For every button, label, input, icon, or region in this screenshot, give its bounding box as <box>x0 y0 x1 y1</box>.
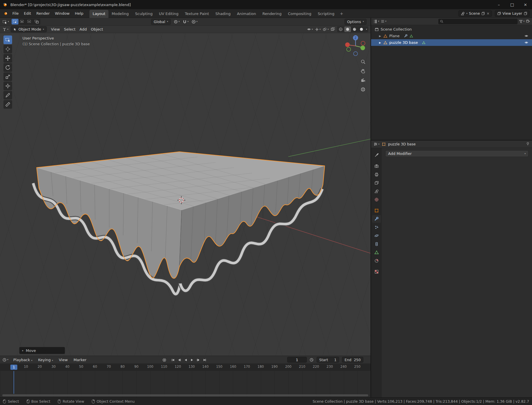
mode-dropdown[interactable]: Object Mode ▾ <box>11 26 47 32</box>
navigation-gizmo[interactable]: Z <box>343 33 368 58</box>
outliner-display-mode[interactable]: ▾ <box>381 19 386 23</box>
select-mode-extend-button[interactable] <box>19 19 26 25</box>
search-input[interactable] <box>445 19 516 23</box>
pan-view-hand-icon[interactable] <box>359 67 367 75</box>
transform-orientation-dropdown[interactable]: Global ▾ <box>151 19 171 25</box>
workspace-tab[interactable]: UV Editing <box>156 10 182 18</box>
rotate-tool-button[interactable] <box>3 63 12 72</box>
menu-item[interactable]: Help <box>72 10 86 17</box>
view-layer-selector[interactable]: View Layer <box>495 10 530 17</box>
viewport-menu-item[interactable]: Select <box>62 26 78 32</box>
close-button[interactable]: × <box>519 0 532 9</box>
timeline-view-menu[interactable]: View <box>56 357 70 363</box>
tab-material-properties[interactable] <box>372 257 381 265</box>
cursor-tool-button[interactable] <box>3 45 12 53</box>
unlink-scene-icon[interactable]: × <box>486 12 489 16</box>
tab-view-layer-properties[interactable] <box>372 179 381 187</box>
outliner-row-scene-collection[interactable]: Scene Collection <box>371 26 532 33</box>
operator-panel-move[interactable]: ▸ Move <box>19 347 65 354</box>
playback-menu[interactable]: Playback ▾ <box>11 357 35 363</box>
gizmo-neg-y-axis[interactable] <box>347 47 351 51</box>
proportional-editing-toggle[interactable]: ▾ <box>191 20 198 24</box>
new-collection-button[interactable] <box>526 19 530 24</box>
show-gizmo-dropdown[interactable]: ▾ <box>315 27 321 31</box>
gizmo-y-axis[interactable] <box>360 46 365 50</box>
blender-app-menu[interactable] <box>2 12 10 16</box>
timeline-ruler[interactable]: 1020304050607080901001101201301401501601… <box>0 364 371 371</box>
marker-menu[interactable]: Marker <box>71 357 89 363</box>
auto-keying-button[interactable] <box>161 357 167 363</box>
scene-selector[interactable]: ▾ Scene × <box>458 10 492 17</box>
zoom-view-icon[interactable] <box>359 58 367 65</box>
menu-item[interactable]: Window <box>52 10 72 17</box>
shading-rendered-button[interactable] <box>358 27 365 32</box>
camera-view-icon[interactable] <box>359 76 367 84</box>
tab-object-properties[interactable] <box>372 207 381 214</box>
workspace-tab[interactable]: Layout <box>89 10 108 18</box>
move-tool-button[interactable] <box>3 54 12 63</box>
playhead-line[interactable] <box>14 371 14 394</box>
menu-item[interactable]: Render <box>34 10 52 17</box>
maximize-button[interactable]: □ <box>505 0 519 9</box>
outliner-row-puzzle-3d-base[interactable]: ▶ puzzle 3D base <box>371 39 532 46</box>
pin-id-button[interactable] <box>526 142 530 147</box>
visibility-eye-icon[interactable] <box>524 41 529 44</box>
workspace-tab[interactable]: Modeling <box>108 10 132 18</box>
tab-world-properties[interactable] <box>372 196 381 203</box>
select-mode-subtract-button[interactable] <box>26 19 33 25</box>
prev-keyframe-button[interactable] <box>176 357 182 363</box>
select-mode-intersect-button[interactable] <box>33 19 40 25</box>
tab-particle-properties[interactable] <box>372 224 381 231</box>
outliner-search[interactable] <box>438 19 518 24</box>
workspace-tab[interactable]: Compositing <box>285 10 315 18</box>
new-scene-icon[interactable] <box>481 12 485 15</box>
pivot-point-dropdown[interactable]: ▾ <box>174 20 180 24</box>
menu-item[interactable]: Edit <box>21 10 34 17</box>
workspace-tab[interactable]: Sculpting <box>132 10 156 18</box>
workspace-tab[interactable]: Rendering <box>259 10 285 18</box>
puzzle-object[interactable] <box>33 152 325 294</box>
viewport-menu-item[interactable]: Add <box>78 26 89 32</box>
scale-tool-button[interactable] <box>3 72 12 81</box>
tab-physics-properties[interactable] <box>372 232 381 239</box>
outliner-row-plane[interactable]: ▶ Plane <box>371 33 532 39</box>
jump-to-start-button[interactable] <box>170 357 176 363</box>
perspective-grid-icon[interactable] <box>359 86 367 93</box>
select-mode-new-button[interactable] <box>12 19 18 25</box>
tab-output-properties[interactable] <box>372 171 381 178</box>
viewport-menu-item[interactable]: Object <box>89 26 105 32</box>
tab-modifier-properties[interactable] <box>372 215 381 223</box>
next-keyframe-button[interactable] <box>195 357 201 363</box>
tab-constraint-properties[interactable] <box>372 240 381 248</box>
tab-tool-properties[interactable] <box>372 151 381 159</box>
workspace-tab[interactable]: Texture Paint <box>182 10 212 18</box>
menu-item[interactable]: File <box>10 10 21 17</box>
shading-solid-button[interactable] <box>344 27 351 32</box>
play-reverse-button[interactable] <box>183 357 188 363</box>
tab-render-properties[interactable] <box>372 162 381 170</box>
viewport-canvas[interactable] <box>0 33 371 356</box>
3d-viewport[interactable]: ▾ Object Mode ▾ ViewSelectAddObject ▾ <box>0 26 371 356</box>
new-view-layer-icon[interactable] <box>524 12 527 15</box>
tab-scene-properties[interactable] <box>372 187 381 195</box>
timeline-track[interactable] <box>0 371 371 397</box>
gizmo-neg-x-axis[interactable] <box>361 41 365 45</box>
gizmo-x-axis[interactable] <box>345 42 350 47</box>
object-visibility-dropdown[interactable]: ▾ <box>307 27 313 31</box>
expand-arrow-icon[interactable]: ▶ <box>379 35 381 38</box>
options-dropdown[interactable]: Options ▾ <box>345 19 366 25</box>
shading-caret[interactable]: ▾ <box>365 28 368 31</box>
add-modifier-dropdown[interactable]: Add Modifier ▾ <box>385 150 529 157</box>
transform-tool-button[interactable] <box>3 82 12 90</box>
filter-dropdown[interactable]: ▾ <box>519 20 525 23</box>
keying-menu[interactable]: Keying ▾ <box>35 357 56 363</box>
workspace-tab[interactable]: Animation <box>234 10 259 18</box>
minimize-button[interactable]: – <box>492 0 505 9</box>
jump-to-end-button[interactable] <box>202 357 207 363</box>
workspace-tab[interactable]: Scripting <box>315 10 338 18</box>
overlays-dropdown[interactable]: ▾ <box>323 27 329 31</box>
shading-material-button[interactable] <box>351 27 358 32</box>
editor-type-selector-properties[interactable]: ▾ <box>373 142 379 146</box>
expand-arrow-icon[interactable]: ▶ <box>379 41 381 44</box>
frame-end-field[interactable]: End 250 <box>342 357 363 363</box>
